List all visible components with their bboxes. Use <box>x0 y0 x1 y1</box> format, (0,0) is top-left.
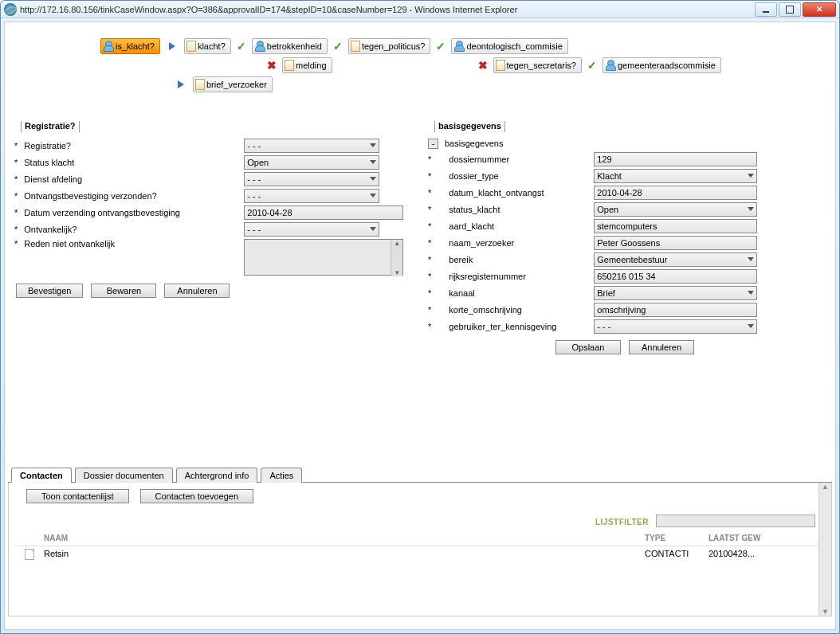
korte-omschrijving-input[interactable] <box>594 303 757 317</box>
contacten-toevoegen-button[interactable]: Contacten toevoegen <box>140 489 254 503</box>
dossiernummer-label: dossiernummer <box>434 155 594 164</box>
arrow-icon <box>174 79 188 90</box>
col-naam[interactable]: NAAM <box>15 534 645 542</box>
workflow-diagram: is_klacht? klacht? betrokkenheid tegen_p… <box>5 22 835 119</box>
maximize-button[interactable] <box>779 2 801 17</box>
doc-icon <box>195 79 205 90</box>
collapse-button[interactable]: - <box>428 139 438 149</box>
status-klacht2-select[interactable] <box>594 202 757 217</box>
kanaal-label: kanaal <box>434 288 594 298</box>
grid-header: NAAM TYPE LAATST GEW <box>15 530 825 546</box>
gebruiker-select[interactable] <box>594 319 757 334</box>
ontvankelijk-label: Ontvankelijk? <box>21 225 244 234</box>
wf-node-klacht[interactable]: klacht? <box>184 38 231 54</box>
doc-icon <box>285 60 294 71</box>
scrollbar[interactable] <box>391 240 402 276</box>
doc-icon <box>351 41 360 52</box>
bereik-select[interactable] <box>594 252 757 267</box>
rijksregister-input[interactable] <box>594 269 757 284</box>
aard-klacht-input[interactable] <box>594 219 757 233</box>
reden-textarea[interactable] <box>244 239 403 276</box>
bewaren-button[interactable]: Bewaren <box>91 284 156 298</box>
wf-node-betrokkenheid[interactable]: betrokkenheid <box>252 38 328 54</box>
reden-label: Reden niet ontvankelijk <box>21 239 244 249</box>
gebruiker-label: gebruiker_ter_kennisgeving <box>434 322 594 331</box>
wf-label: is_klacht? <box>116 41 155 51</box>
rijksregister-label: rijksregisternummer <box>434 272 594 281</box>
tab-achtergrond[interactable]: Achtergrond info <box>176 468 258 483</box>
datum-verzending-label: Datum verzending ontvangstbevestiging <box>21 208 244 217</box>
document-icon <box>25 549 34 560</box>
dossiernummer-input[interactable] <box>594 152 757 166</box>
dossier-type-select[interactable] <box>594 169 757 183</box>
row-type: CONTACTI <box>645 549 709 562</box>
wf-node-deontologisch[interactable]: deontologisch_commisie <box>451 38 567 54</box>
basisgegevens-title: basisgegevens <box>428 119 826 134</box>
wf-node-melding[interactable]: melding <box>282 57 332 73</box>
wf-label: gemeenteraadscommisie <box>618 61 716 70</box>
registratie-label: Registratie? <box>21 141 244 151</box>
bereik-label: bereik <box>434 255 594 264</box>
wf-node-brief-verzoeker[interactable]: brief_verzoeker <box>193 76 273 92</box>
minimize-button[interactable] <box>755 2 777 17</box>
browser-window: http://172.16.80.156/tinkCaseWindow.aspx… <box>0 0 840 634</box>
row-date: 20100428... <box>709 549 788 562</box>
content-area: is_klacht? klacht? betrokkenheid tegen_p… <box>4 22 836 630</box>
registratie-title: Registratie? <box>14 119 412 134</box>
row-naam: Retsin <box>44 549 645 562</box>
wf-label: tegen_politicus? <box>362 41 426 51</box>
wf-node-tegen-secretaris[interactable]: tegen_secretaris? <box>493 57 582 73</box>
wf-node-tegen-politicus[interactable]: tegen_politicus? <box>348 38 431 54</box>
wf-label: brief_verzoeker <box>206 80 267 89</box>
datum-klacht-input[interactable] <box>594 186 757 200</box>
ontvangst-label: Ontvangstbevestiging verzonden? <box>21 191 244 201</box>
cross-icon <box>477 60 489 71</box>
bottom-tabs-section: Contacten Dossier documenten Achtergrond… <box>8 467 832 626</box>
registratie-select[interactable] <box>244 139 379 153</box>
col-type[interactable]: TYPE <box>645 534 709 542</box>
tab-documenten[interactable]: Dossier documenten <box>75 468 173 483</box>
kanaal-select[interactable] <box>594 286 757 300</box>
tab-acties[interactable]: Acties <box>261 468 302 483</box>
datum-verzending-input[interactable] <box>244 205 403 220</box>
cross-icon <box>266 60 277 71</box>
annuleren-button[interactable]: Annuleren <box>164 284 230 298</box>
window-title: http://172.16.80.156/tinkCaseWindow.aspx… <box>20 5 755 14</box>
opslaan-button[interactable]: Opslaan <box>555 340 621 354</box>
annuleren2-button[interactable]: Annuleren <box>629 340 694 354</box>
wf-label: melding <box>296 61 327 70</box>
col-laatst[interactable]: LAATST GEW <box>709 534 788 542</box>
registratie-panel: Registratie? *Registratie? *Status klach… <box>14 119 412 354</box>
doc-icon <box>496 60 505 71</box>
status-klacht-label: Status klacht <box>21 158 244 167</box>
wf-node-is-klacht[interactable]: is_klacht? <box>100 38 160 54</box>
lijstfilter-input[interactable] <box>656 515 815 527</box>
person-icon <box>453 41 465 52</box>
title-bar: http://172.16.80.156/tinkCaseWindow.aspx… <box>1 1 839 18</box>
aard-klacht-label: aard_klacht <box>434 221 594 231</box>
table-row[interactable]: Retsin CONTACTI 20100428... <box>15 546 825 564</box>
close-button[interactable] <box>803 2 836 17</box>
scrollbar[interactable] <box>818 483 831 616</box>
ontvangst-select[interactable] <box>244 189 379 203</box>
ie-icon <box>4 3 17 16</box>
wf-label: tegen_secretaris? <box>507 61 576 70</box>
person-icon <box>103 41 114 52</box>
naam-verzoeker-input[interactable] <box>594 236 757 250</box>
bevestigen-button[interactable]: Bevestigen <box>16 284 83 298</box>
wf-node-gemeenteraads[interactable]: gemeenteraadscommisie <box>603 57 721 73</box>
toon-contactenlijst-button[interactable]: Toon contactenlijst <box>26 489 129 503</box>
basisgegevens-subtitle: basisgegevens <box>445 139 503 148</box>
check-icon <box>236 41 247 52</box>
status-klacht2-label: status_klacht <box>434 205 594 214</box>
dienst-select[interactable] <box>244 172 379 186</box>
arrow-icon <box>165 41 179 52</box>
check-icon <box>332 41 343 52</box>
korte-omschrijving-label: korte_omschrijving <box>434 305 594 315</box>
person-icon <box>605 60 616 71</box>
status-klacht-select[interactable] <box>244 155 379 170</box>
tab-contacten[interactable]: Contacten <box>11 468 72 483</box>
tab-body: Toon contactenlijst Contacten toevoegen … <box>8 483 832 616</box>
ontvankelijk-select[interactable] <box>244 222 379 237</box>
doc-icon <box>186 41 196 52</box>
